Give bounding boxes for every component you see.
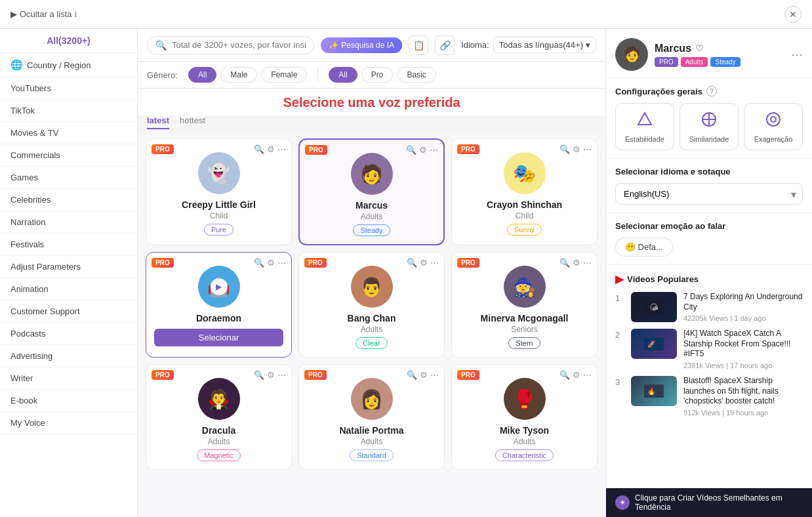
- sidebar-item-movies-tv[interactable]: Movies & TV: [0, 122, 137, 144]
- sidebar-item-games[interactable]: Games: [0, 167, 137, 189]
- filter-gender-all[interactable]: All: [188, 67, 216, 83]
- video-item-2[interactable]: 2 🚀 [4K] Watch SpaceX Catch A Starship R…: [615, 329, 803, 369]
- more-action-icon[interactable]: ⋯: [430, 370, 439, 380]
- more-action-icon[interactable]: ⋯: [583, 370, 592, 380]
- settings-action-icon[interactable]: ⚙: [267, 258, 275, 268]
- card-avatar: 🤖 ▶: [198, 266, 240, 308]
- search-action-icon[interactable]: 🔍: [254, 144, 264, 154]
- settings-action-icon[interactable]: ⚙: [420, 258, 428, 268]
- sidebar-item-my-voice[interactable]: My Voice: [0, 412, 137, 434]
- settings-action-icon[interactable]: ⚙: [573, 370, 580, 380]
- filter-gender-male[interactable]: Male: [220, 67, 257, 83]
- video-item-1[interactable]: 1 🏙 7 Days Exploring An Underground City…: [615, 292, 803, 322]
- settings-action-icon[interactable]: ⚙: [573, 258, 580, 268]
- emotion-button[interactable]: 😶 Defa...: [615, 238, 673, 257]
- sidebar-item-writer[interactable]: Writer: [0, 367, 137, 390]
- language-dropdown[interactable]: Todas as línguas(44+) ▾: [493, 37, 596, 53]
- sidebar-item-customer-support[interactable]: Customer Support: [0, 300, 137, 323]
- help-icon[interactable]: ?: [706, 86, 717, 96]
- pro-badge: PRO: [457, 144, 479, 154]
- search-action-icon[interactable]: 🔍: [254, 370, 264, 380]
- video-item-3[interactable]: 3 🔥 Blastoff! SpaceX Starship launches o…: [615, 376, 803, 417]
- more-action-icon[interactable]: ⋯: [430, 258, 439, 268]
- filter-type-basic[interactable]: Basic: [397, 67, 436, 83]
- chevron-right-icon: ▶: [10, 9, 17, 19]
- hide-list-button[interactable]: ▶ Ocultar a lista ℹ: [10, 9, 77, 19]
- voice-card-creepy-little-girl[interactable]: PRO 🔍 ⚙ ⋯ 👻 Creepy Little Girl Child Pur…: [146, 138, 292, 245]
- select-voice-button[interactable]: Selecionar: [154, 329, 283, 346]
- card-tag: Characteristic: [495, 449, 554, 461]
- sidebar-item-podcasts[interactable]: Podcasts: [0, 323, 137, 345]
- filter-type-pro[interactable]: Pro: [361, 67, 394, 83]
- play-button[interactable]: ▶: [211, 278, 228, 295]
- filter-type-all[interactable]: All: [329, 67, 357, 83]
- sidebar-all-button[interactable]: All(3200+): [0, 29, 137, 53]
- config-stability[interactable]: Estabilidade: [615, 103, 674, 150]
- sidebar-item-festivals[interactable]: Festivals: [0, 234, 137, 256]
- sidebar-item-narration[interactable]: Narration: [0, 211, 137, 234]
- voice-grid-container: PRO 🔍 ⚙ ⋯ 👻 Creepy Little Girl Child Pur…: [138, 133, 605, 517]
- voice-card-mike-tyson[interactable]: PRO 🔍 ⚙ ⋯ 🥊 Mike Tyson Adults Characteri…: [451, 364, 598, 470]
- card-name: Dracula: [202, 425, 235, 436]
- settings-action-icon[interactable]: ⚙: [267, 370, 275, 380]
- more-options-button[interactable]: ⋯: [791, 47, 803, 62]
- more-action-icon[interactable]: ⋯: [277, 370, 286, 380]
- card-tag: Sunny: [507, 224, 542, 236]
- panel-header: 🧑 Marcus ♡ PRO Adults Steady ⋯: [606, 29, 812, 78]
- trend-bar[interactable]: ✦ Clique para Criar Vídeos Semelhantes e…: [606, 488, 812, 517]
- similarity-label: Similaridade: [689, 135, 729, 143]
- sidebar-item-country-region[interactable]: 🌐 Country / Region: [0, 53, 137, 77]
- more-action-icon[interactable]: ⋯: [277, 258, 286, 268]
- card-avatar: 🧙: [504, 266, 546, 308]
- card-actions: 🔍 ⚙ ⋯: [406, 145, 438, 155]
- config-similarity[interactable]: Similaridade: [680, 103, 739, 150]
- sidebar-item-youtubers[interactable]: YouTubers: [0, 77, 137, 100]
- voice-card-natalie-portma[interactable]: PRO 🔍 ⚙ ⋯ 👩 Natalie Portma Adults Standa…: [298, 364, 445, 470]
- sidebar-item-animation[interactable]: Animation: [0, 278, 137, 300]
- search-input[interactable]: [172, 40, 306, 50]
- sidebar-item-adjust-parameters[interactable]: Adjust Parameters: [0, 256, 137, 278]
- avatar-emoji: 🧑: [360, 163, 383, 185]
- voice-card-dracula[interactable]: PRO 🔍 ⚙ ⋯ 🧛 Dracula Adults Magnetic: [146, 364, 292, 470]
- voice-card-crayon-shinchan[interactable]: PRO 🔍 ⚙ ⋯ 🎭 Crayon Shinchan Child Sunny: [451, 138, 598, 245]
- voice-card-marcus[interactable]: PRO 🔍 ⚙ ⋯ 🧑 Marcus Adults Steady: [298, 138, 445, 245]
- sidebar-item-commercials[interactable]: Commercials: [0, 144, 137, 167]
- link-icon-button[interactable]: 🔗: [435, 35, 455, 55]
- close-button[interactable]: ✕: [784, 6, 802, 23]
- voice-card-bang-chan[interactable]: PRO 🔍 ⚙ ⋯ 👨 Bang Chan Adults Clear: [298, 252, 445, 358]
- sidebar-item-advertising[interactable]: Advertising: [0, 345, 137, 367]
- sidebar-item-tiktok[interactable]: TikTok: [0, 100, 137, 122]
- search-action-icon[interactable]: 🔍: [407, 370, 417, 380]
- video-thumbnail: 🏙: [631, 292, 677, 322]
- language-accent-select[interactable]: English(US) English(UK) Portuguese: [615, 183, 803, 205]
- more-action-icon[interactable]: ⋯: [430, 145, 438, 155]
- heart-icon[interactable]: ♡: [695, 43, 704, 54]
- more-action-icon[interactable]: ⋯: [583, 258, 592, 268]
- copy-icon-button[interactable]: 📋: [409, 35, 428, 55]
- hide-list-label: Ocultar a lista: [20, 9, 71, 19]
- settings-action-icon[interactable]: ⚙: [267, 144, 275, 154]
- sidebar-item-ebook[interactable]: E-book: [0, 390, 137, 412]
- search-action-icon[interactable]: 🔍: [559, 370, 570, 380]
- filter-gender-female[interactable]: Female: [261, 67, 307, 83]
- tab-latest[interactable]: latest: [147, 115, 169, 129]
- search-action-icon[interactable]: 🔍: [559, 258, 570, 268]
- card-tag: Standard: [350, 449, 394, 461]
- voice-card-minerva-mcgonagall[interactable]: PRO 🔍 ⚙ ⋯ 🧙 Minerva Mcgonagall Seniors S…: [451, 252, 598, 358]
- tab-hottest[interactable]: hottest: [180, 115, 205, 129]
- settings-action-icon[interactable]: ⚙: [573, 144, 580, 154]
- ai-search-button[interactable]: ✨ Pesquisa de IA: [321, 37, 402, 53]
- more-action-icon[interactable]: ⋯: [583, 144, 592, 154]
- search-action-icon[interactable]: 🔍: [407, 258, 417, 268]
- videos-section: ▶ Vídeos Populares 1 🏙 7 Days Exploring …: [606, 265, 812, 488]
- settings-action-icon[interactable]: ⚙: [419, 145, 427, 155]
- voice-card-doraemon[interactable]: PRO 🔍 ⚙ ⋯ 🤖 ▶ Doraemon Selecionar: [146, 252, 292, 358]
- svg-point-5: [771, 117, 776, 122]
- search-action-icon[interactable]: 🔍: [406, 145, 416, 155]
- search-action-icon[interactable]: 🔍: [254, 258, 264, 268]
- settings-action-icon[interactable]: ⚙: [420, 370, 428, 380]
- sidebar-item-celebrities[interactable]: Celebrities: [0, 189, 137, 211]
- config-exaggeration[interactable]: Exageração: [744, 103, 803, 150]
- search-action-icon[interactable]: 🔍: [559, 144, 570, 154]
- more-action-icon[interactable]: ⋯: [277, 144, 286, 154]
